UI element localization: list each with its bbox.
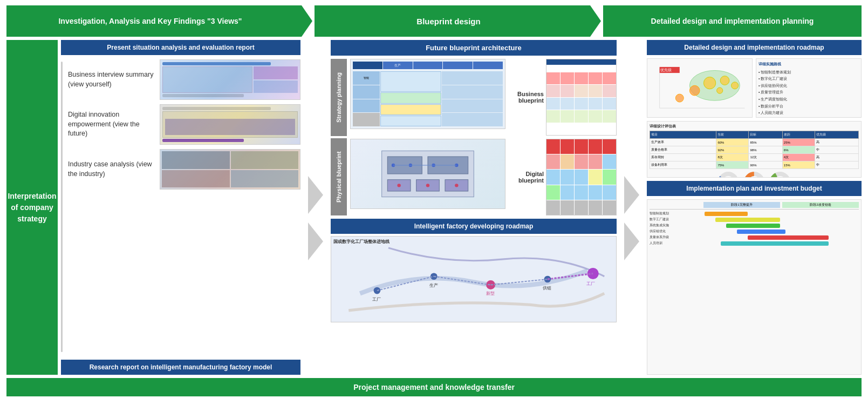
arrow-chevron-4 xyxy=(624,222,639,260)
business-blueprint-right: Business blueprint xyxy=(509,59,617,136)
svg-point-19 xyxy=(486,280,495,289)
svg-point-36 xyxy=(689,85,700,96)
svg-text:工厂: 工厂 xyxy=(586,281,595,286)
present-situation-header: Present situation analysis and evaluatio… xyxy=(61,40,300,55)
right-section: Detailed design and implementation roadm… xyxy=(647,40,862,375)
svg-point-40 xyxy=(717,87,723,93)
svg-text:优先级: 优先级 xyxy=(660,68,672,72)
banner-col2: Blueprint design xyxy=(315,5,590,37)
item-thumbnail-3 xyxy=(160,149,300,190)
future-blueprint-header: Future blueprint architecture xyxy=(331,40,617,56)
detailed-design-header: Detailed design and implementation roadm… xyxy=(647,40,862,55)
digital-blueprint-row: Digital blueprint xyxy=(350,139,617,215)
donut-charts xyxy=(650,171,859,178)
svg-point-11 xyxy=(426,184,429,187)
svg-point-39 xyxy=(732,82,739,89)
digital-blueprint-diagram xyxy=(350,139,505,209)
gantt-row: 质量体系升级 xyxy=(650,235,859,240)
blueprint-diagrams: 生产 智能 xyxy=(350,59,617,215)
text-list-diagram: 详细实施路线 • 智能制造整体规划 • 数字化工厂建设 • 供应链协同优化 • … xyxy=(756,58,862,118)
gantt-row: 智能制造规划 xyxy=(650,211,859,216)
strategy-planning-label: Strategy planning xyxy=(331,59,347,136)
blueprint-diagrams-area: Strategy planning Physical blueprint xyxy=(331,59,617,215)
gantt-row: 系统集成实施 xyxy=(650,223,859,228)
item-thumbnail-2 xyxy=(160,104,300,145)
banner-col1-wrapper: Investigation, Analysis and Key Findings… xyxy=(6,5,302,37)
banner-col3-wrapper: Detailed design and implementation plann… xyxy=(590,5,862,37)
left-section: Interpretation of company strategy Prese… xyxy=(6,40,300,375)
items-list: Business interview summary (view yoursel… xyxy=(68,59,300,354)
list-item: Digital innovation empowerment (view the… xyxy=(68,104,300,145)
svg-text:工厂: 工厂 xyxy=(373,296,381,302)
right-table-area: 详细设计评估表 项目 当前 目标 差距 优先级 生产效率60%85%25%高 质… xyxy=(647,121,862,178)
arrow-connector-1 xyxy=(305,40,326,375)
svg-point-12 xyxy=(455,184,458,187)
svg-point-43 xyxy=(720,174,736,178)
physical-blueprint-label: Physical blueprint xyxy=(331,138,347,215)
interpretation-box: Interpretation of company strategy xyxy=(6,40,58,375)
top-banners-row: Investigation, Analysis and Key Findings… xyxy=(6,5,862,37)
svg-point-35 xyxy=(675,94,684,102)
gantt-row: 供应链优化 xyxy=(650,229,859,234)
banner-col2-wrapper: Blueprint design xyxy=(302,5,590,37)
list-item: Business interview summary (view yoursel… xyxy=(68,59,300,100)
svg-text:生产: 生产 xyxy=(429,282,438,288)
intelligent-factory-header: Intelligent factory developing roadmap xyxy=(331,219,617,234)
main-container: Investigation, Analysis and Key Findings… xyxy=(0,0,868,398)
research-report-header: Research report on intelligent manufactu… xyxy=(61,360,300,375)
donut-3 xyxy=(769,171,791,178)
item-label-2: Digital innovation empowerment (view the… xyxy=(68,110,154,139)
item-label-1: Business interview summary (view yoursel… xyxy=(68,70,154,89)
item-label-3: Industry case analysis (view the industr… xyxy=(68,160,154,179)
business-blueprint-diagram: 生产 智能 xyxy=(350,59,505,129)
scatter-diagram: 优先级 xyxy=(647,58,753,118)
arrow-connector-2 xyxy=(621,40,643,375)
vertical-divider xyxy=(61,62,63,352)
list-item: Industry case analysis (view the industr… xyxy=(68,149,300,190)
donut-1 xyxy=(717,171,739,178)
arrow-chevron-3 xyxy=(624,176,639,214)
gantt-row: 人员培训 xyxy=(650,241,859,246)
svg-point-38 xyxy=(720,76,729,85)
item-thumbnail-1 xyxy=(160,59,300,100)
donut-2 xyxy=(743,171,765,178)
digital-blueprint-label: Digital blueprint xyxy=(509,139,544,215)
arrow-chevron-1 xyxy=(308,176,323,214)
middle-section: Future blueprint architecture Strategy p… xyxy=(331,40,617,375)
arrow-chevron-2 xyxy=(308,222,323,260)
banner-col3: Detailed design and implementation plann… xyxy=(603,5,862,37)
impl-gantt: 阶段1完整提升 阶段2改变创造 智能制造规划 数字工厂建设 系统集成实施 xyxy=(647,199,862,375)
svg-point-37 xyxy=(703,77,715,89)
content-row: Interpretation of company strategy Prese… xyxy=(6,40,862,375)
roadmap-diagram: 国或数字化工厂场整体进地线 xyxy=(331,236,617,322)
digital-blueprint-right: Digital blueprint xyxy=(509,139,617,215)
svg-point-10 xyxy=(397,184,400,187)
implementation-header: Implementation plan and investment budge… xyxy=(647,181,862,196)
intelligent-factory-section: Intelligent factory developing roadmap 国… xyxy=(331,219,617,322)
business-blueprint-label: Business blueprint xyxy=(509,59,544,136)
left-content: Present situation analysis and evaluatio… xyxy=(58,40,300,375)
blueprint-labels: Strategy planning Physical blueprint xyxy=(331,59,348,215)
business-blueprint-row: 生产 智能 xyxy=(350,59,617,136)
items-area: Business interview summary (view yoursel… xyxy=(61,59,300,354)
svg-text:新型: 新型 xyxy=(486,291,495,296)
gantt-row: 数字工厂建设 xyxy=(650,217,859,222)
bottom-banner: Project management and knowledge transfe… xyxy=(6,378,862,396)
svg-text:供链: 供链 xyxy=(543,285,552,291)
right-diagrams-row: 优先级 详细实施路线 • 智能制造整体规划 • 数字化工厂建设 • 供应链协同优… xyxy=(647,58,862,118)
banner-col1: Investigation, Analysis and Key Findings… xyxy=(6,5,302,37)
